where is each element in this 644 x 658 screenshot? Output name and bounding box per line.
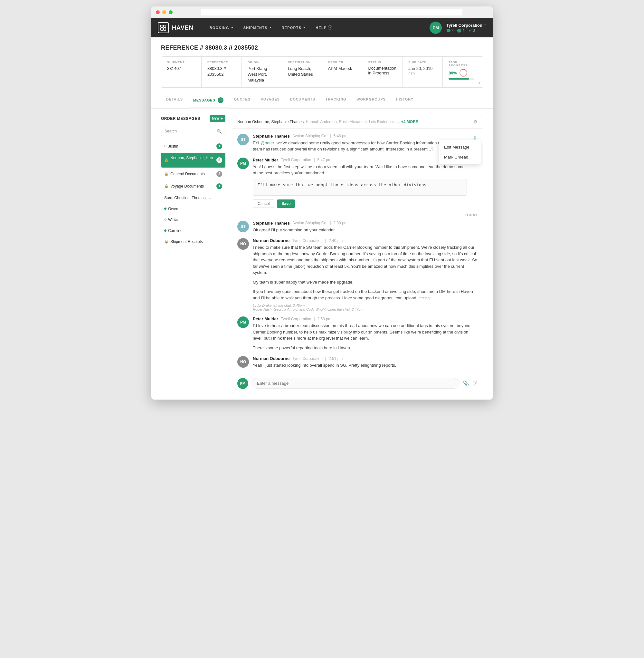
navbar: HAVEN BOOKING SHIPMENTS REPORTS HELP ? P… — [151, 18, 493, 37]
messages-badge[interactable]: 4 — [446, 28, 454, 33]
system-message: Lydia Drake left the chat. 2:45pm — [253, 304, 478, 307]
ref-ship-date: SHIP DATE Jan 20, 2019 ETD — [402, 57, 443, 87]
nav-booking[interactable]: BOOKING — [210, 26, 234, 30]
new-message-button[interactable]: NEW + — [210, 115, 225, 122]
message-badge: 1 — [216, 144, 222, 149]
alerts-badge[interactable]: 9 — [457, 28, 464, 33]
ref-destination: DESTINATION Long Beach, United States — [282, 57, 322, 87]
nav-reports[interactable]: REPORTS — [282, 26, 306, 30]
sidebar-item-justin[interactable]: Justin 1 — [161, 140, 225, 152]
sidebar-item-norman[interactable]: 🔒 Norman, Stephanie, Han ... 5 — [161, 153, 225, 168]
search-input[interactable] — [164, 129, 215, 133]
svg-rect-1 — [164, 25, 166, 27]
status-dot — [164, 145, 166, 147]
avatar: PM — [237, 158, 249, 169]
sidebar-item-general-docs[interactable]: 🔒 General Documents 2 — [161, 168, 225, 180]
attachment-icon[interactable]: 📎 — [463, 380, 469, 386]
message-content: Stephanie Thames Avalon Shipping Co. | 2… — [253, 221, 478, 233]
avatar: NO — [237, 356, 249, 368]
tab-messages[interactable]: MESSAGES 9 — [188, 93, 229, 108]
avatar: PM — [237, 316, 249, 328]
nav-shipments[interactable]: SHIPMENTS — [244, 26, 272, 30]
reference-title: REFERENCE # 38080.3 // 2035502 — [161, 44, 483, 51]
tab-tracking[interactable]: TRACKING — [320, 93, 351, 108]
messages-panel: Norman Osbourne, Stephanie Thames, Hanna… — [232, 115, 483, 393]
logo-text: HAVEN — [172, 24, 193, 31]
day-label: TODAY — [237, 213, 478, 217]
message-content: Peter Mulder Tyrell Corporation | 2:50 p… — [253, 316, 478, 351]
sidebar-item-william[interactable]: William — [161, 215, 225, 225]
message-entry: PM Peter Mulder Tyrell Corporation | 2:5… — [237, 316, 478, 351]
ref-status: STATUS Documentation in Progress — [362, 57, 402, 87]
sidebar-item-owen[interactable]: Owen — [161, 204, 225, 214]
lock-icon: 🔒 — [164, 158, 169, 162]
ref-origin: ORIGIN Port Klang - West Port, Malaysia — [242, 57, 282, 87]
edit-message-box: I'll make sure that we adopt those ideas… — [253, 179, 467, 208]
app-window: HAVEN BOOKING SHIPMENTS REPORTS HELP ? P… — [151, 6, 493, 399]
message-badge: 5 — [216, 157, 222, 163]
messages-tab-badge: 9 — [218, 97, 224, 103]
tab-quotes[interactable]: QUOTES — [229, 93, 255, 108]
messages-sidebar: ORDER MESSAGES NEW + 🔍 Justin 1 — [161, 115, 225, 393]
message-entry: ST Stephanie Thames Avalon Shipping Co. … — [237, 134, 478, 152]
nav-badges: 4 9 3 — [446, 28, 475, 33]
message-input[interactable] — [252, 378, 460, 389]
dropdown-arrow[interactable]: ▾ — [479, 81, 480, 85]
avatar: NO — [237, 238, 249, 250]
close-button[interactable] — [156, 10, 160, 14]
save-edit-button[interactable]: Save — [277, 199, 295, 208]
status-dot — [164, 218, 166, 221]
reference-info-bar: SHIPMENT 331407 REFERENCE 38080.3 // 203… — [161, 57, 483, 88]
sidebar-header: ORDER MESSAGES NEW + — [161, 115, 225, 122]
sidebar-item-caroline[interactable]: Caroline — [161, 225, 225, 236]
main-content: ORDER MESSAGES NEW + 🔍 Justin 1 — [151, 109, 493, 399]
mention-icon[interactable]: @ — [473, 380, 478, 386]
online-dot — [164, 229, 166, 232]
sidebar-item-sam[interactable]: Sam, Christine, Thomas, ... — [161, 193, 225, 203]
user-info: Tyrell Corporation 4 9 3 — [446, 23, 486, 33]
sidebar-item-icon: Owen — [164, 206, 178, 211]
ref-task-progress: TASK PROGRESS 80% ▾ — [443, 57, 483, 87]
ref-reference: REFERENCE 38080.3 // 2035502 — [202, 57, 242, 87]
avatar[interactable]: PM — [430, 22, 442, 34]
tab-voyages[interactable]: VOYAGES — [256, 93, 285, 108]
sidebar-item-icon: 🔒 Norman, Stephanie, Han ... — [164, 156, 216, 164]
tasks-badge[interactable]: 3 — [468, 28, 475, 33]
avatar: ST — [237, 134, 249, 145]
mark-unread-option[interactable]: Mark Unread — [439, 152, 481, 162]
more-recipients-link[interactable]: +4 MORE — [401, 119, 418, 124]
company-name: Tyrell Corporation — [446, 23, 486, 28]
nav-user-section: PM Tyrell Corporation 4 9 — [430, 22, 486, 34]
sidebar-item-icon: 🔒 Voyage Documents — [164, 184, 204, 189]
sidebar-item-voyage-docs[interactable]: 🔒 Voyage Documents 1 — [161, 180, 225, 192]
minimize-button[interactable] — [162, 10, 166, 14]
tab-workgroups[interactable]: WORKGROUPS — [351, 93, 391, 108]
tab-details[interactable]: DETAILS — [161, 93, 188, 108]
avatar: ST — [237, 221, 249, 232]
recipients-list: Norman Osbourne, Stephanie Thames, Hanna… — [237, 119, 418, 124]
settings-icon[interactable]: ⚙ — [473, 119, 478, 124]
tab-history[interactable]: HISTORY — [391, 93, 419, 108]
search-box[interactable]: 🔍 — [161, 127, 225, 136]
edit-textarea[interactable]: I'll make sure that we adopt those ideas… — [253, 179, 467, 196]
lock-icon: 🔒 — [164, 172, 169, 176]
maximize-button[interactable] — [169, 10, 172, 14]
nav-logo: HAVEN — [158, 22, 193, 33]
tab-bar: DETAILS MESSAGES 9 QUOTES VOYAGES DOCUME… — [151, 93, 493, 109]
svg-rect-2 — [161, 28, 163, 30]
recipients-bar: Norman Osbourne, Stephanie Thames, Hanna… — [232, 115, 483, 129]
message-entry: PM Peter Mulder Tyrell Corporation | 5:4… — [237, 158, 478, 208]
sidebar-item-shipment-receipts[interactable]: 🔒 Shipment Receipts — [161, 237, 225, 247]
tab-documents[interactable]: DOCUMENTS — [285, 93, 320, 108]
logo-icon — [158, 22, 169, 33]
edit-message-option[interactable]: Edit Message — [439, 142, 481, 152]
url-bar[interactable] — [201, 9, 462, 16]
search-icon: 🔍 — [217, 129, 222, 134]
cancel-edit-button[interactable]: Cancel — [253, 199, 274, 208]
ref-shipment: SHIPMENT 331407 — [161, 57, 202, 87]
progress-bar — [448, 78, 474, 80]
nav-help[interactable]: HELP ? — [316, 25, 332, 30]
svg-rect-0 — [161, 25, 163, 27]
message-entry: NO Norman Osbourne Tyrell Corporation | … — [237, 356, 478, 369]
sidebar-item-icon: Caroline — [164, 228, 183, 233]
